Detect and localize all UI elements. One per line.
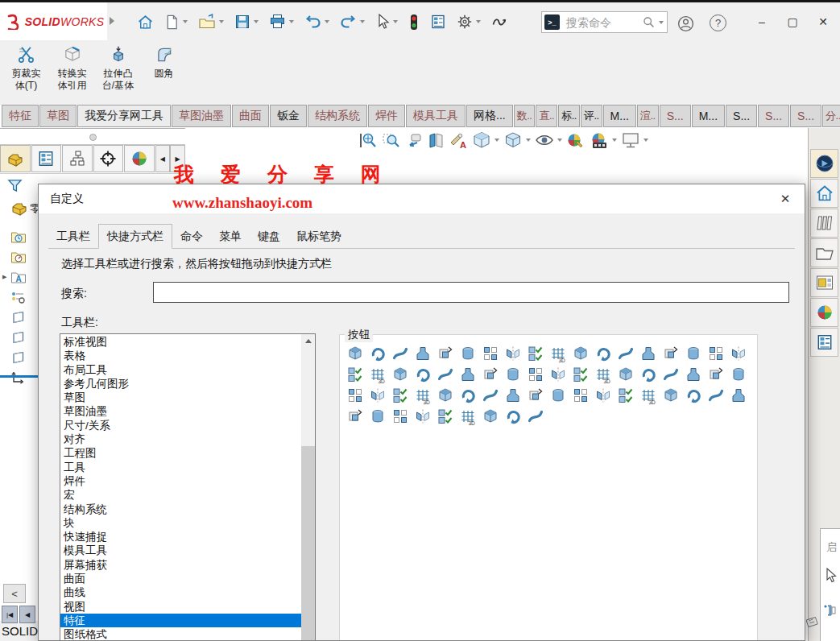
dialog-tab-鼠标笔势[interactable]: 鼠标笔势 bbox=[288, 226, 350, 248]
feature-command-icon[interactable] bbox=[617, 345, 635, 362]
feature-command-icon[interactable] bbox=[369, 407, 387, 425]
feature-command-icon[interactable] bbox=[707, 345, 725, 362]
undo-button[interactable] bbox=[303, 13, 331, 31]
dialog-tab-键盘[interactable]: 键盘 bbox=[250, 226, 288, 248]
apply-scene-button[interactable] bbox=[590, 130, 617, 150]
zoom-to-fit-button[interactable] bbox=[359, 131, 378, 150]
toolbar-list-item[interactable]: 块 bbox=[60, 516, 301, 530]
flyout-tool-icon[interactable] bbox=[823, 603, 838, 618]
ribbon-tab[interactable]: 草图油墨 bbox=[172, 105, 231, 127]
toolbar-list-item[interactable]: 工程图 bbox=[60, 446, 301, 460]
feature-command-icon[interactable] bbox=[437, 387, 454, 404]
feature-command-icon[interactable] bbox=[482, 407, 499, 425]
feature-command-icon[interactable] bbox=[617, 366, 635, 383]
ribbon-tab[interactable]: M... bbox=[603, 105, 636, 127]
feature-command-icon[interactable] bbox=[504, 366, 522, 383]
feature-command-icon[interactable] bbox=[685, 345, 702, 362]
toolbar-list-item[interactable]: 快速捕捉 bbox=[60, 530, 301, 544]
feature-command-icon[interactable] bbox=[504, 387, 522, 404]
configurationmanager-tab[interactable] bbox=[62, 145, 93, 172]
feature-command-icon[interactable] bbox=[482, 345, 499, 362]
toolbar-list-item[interactable]: 草图 bbox=[60, 391, 301, 404]
feature-command-icon[interactable] bbox=[482, 387, 499, 404]
view-orientation-dropdown-icon[interactable] bbox=[494, 139, 499, 142]
scrollbar-thumb[interactable] bbox=[301, 446, 315, 640]
tree-item[interactable] bbox=[2, 307, 40, 327]
feature-command-icon[interactable]: 3D bbox=[594, 366, 612, 383]
select-cursor-button[interactable] bbox=[374, 12, 399, 31]
feature-command-icon[interactable] bbox=[527, 366, 544, 383]
feature-command-icon[interactable] bbox=[504, 345, 522, 362]
feature-command-icon[interactable] bbox=[617, 387, 635, 404]
tree-item[interactable] bbox=[2, 347, 40, 367]
feature-command-icon[interactable] bbox=[730, 366, 747, 383]
feature-command-icon[interactable] bbox=[414, 345, 432, 362]
feature-command-icon[interactable] bbox=[527, 407, 544, 425]
toolbar-list-item[interactable]: 布局工具 bbox=[60, 363, 301, 377]
ribbon-tab[interactable]: 焊件 bbox=[368, 105, 405, 127]
scroll-left-button[interactable]: < bbox=[3, 584, 26, 603]
feature-command-icon[interactable] bbox=[414, 366, 432, 383]
feature-command-icon[interactable] bbox=[730, 345, 747, 362]
feature-command-icon[interactable] bbox=[369, 387, 387, 404]
feature-command-icon[interactable] bbox=[459, 345, 477, 362]
toolbar-list-item[interactable]: 尺寸/关系 bbox=[60, 419, 301, 432]
dialog-tab-命令[interactable]: 命令 bbox=[172, 226, 211, 248]
toolbar-list-item[interactable]: 对齐 bbox=[60, 432, 301, 446]
feature-command-icon[interactable] bbox=[662, 366, 680, 383]
prev-tab-button[interactable]: ◀ bbox=[19, 606, 35, 623]
ribbon-tab[interactable]: 网格... bbox=[466, 105, 513, 127]
ribbon-button[interactable]: 转换实体引用 bbox=[51, 43, 93, 92]
redo-dropdown-icon[interactable] bbox=[360, 20, 365, 23]
close-button[interactable]: ✕ bbox=[808, 10, 838, 34]
options-gear-button[interactable] bbox=[455, 12, 482, 31]
feature-command-icon[interactable] bbox=[639, 345, 657, 362]
ribbon-tab[interactable]: 评.. bbox=[581, 105, 602, 127]
mouse-gesture-button[interactable] bbox=[490, 13, 509, 31]
ribbon-tab[interactable]: 草图 bbox=[39, 105, 77, 127]
splitter-knob-icon[interactable] bbox=[89, 134, 97, 141]
dialog-tab-菜单[interactable]: 菜单 bbox=[211, 226, 250, 248]
toolbar-listbox[interactable]: 标准视图表格布局工具参考几何图形草图草图油墨尺寸/关系对齐工程图工具焊件宏结构系… bbox=[60, 333, 316, 641]
ribbon-button[interactable]: 剪裁实体(T) bbox=[5, 43, 48, 92]
toolbar-list-item[interactable]: 宏 bbox=[60, 488, 301, 502]
first-tab-button[interactable]: |◀ bbox=[2, 606, 18, 623]
feature-command-icon[interactable] bbox=[662, 345, 680, 362]
ribbon-tab[interactable]: 标.. bbox=[558, 105, 580, 127]
toolbar-list-item[interactable]: 焊件 bbox=[60, 474, 301, 488]
search-dropdown-icon[interactable] bbox=[659, 21, 664, 24]
displaymanager-tab[interactable] bbox=[124, 145, 155, 172]
previous-view-button[interactable] bbox=[404, 131, 423, 150]
feature-command-icon[interactable] bbox=[346, 387, 364, 404]
feature-command-icon[interactable]: 3D bbox=[459, 407, 477, 425]
tree-item[interactable]: ▶A bbox=[2, 267, 40, 287]
toolbar-list-item[interactable]: 特征 bbox=[60, 614, 301, 627]
dialog-tab-快捷方式栏[interactable]: 快捷方式栏 bbox=[98, 224, 172, 249]
feature-command-icon[interactable] bbox=[639, 366, 657, 383]
ribbon-tab[interactable]: 我爱分享网工具 bbox=[77, 105, 171, 127]
search-icon[interactable] bbox=[642, 15, 656, 29]
featuremanager-tab[interactable] bbox=[0, 145, 31, 172]
feature-command-icon[interactable] bbox=[527, 387, 544, 404]
print-dropdown-icon[interactable] bbox=[289, 20, 294, 23]
feature-command-icon[interactable] bbox=[549, 387, 567, 404]
new-document-dropdown-icon[interactable] bbox=[183, 20, 188, 23]
apply-scene-dropdown-icon[interactable] bbox=[612, 139, 617, 142]
ribbon-tab[interactable]: 结构系统 bbox=[308, 105, 367, 127]
feature-command-icon[interactable] bbox=[482, 366, 499, 383]
toolbar-list-item[interactable]: 标准视图 bbox=[60, 335, 301, 349]
feature-command-icon[interactable] bbox=[504, 407, 522, 425]
home-taskpane-tab[interactable] bbox=[810, 179, 838, 208]
ribbon-tab[interactable]: 渲.. bbox=[637, 105, 659, 127]
dialog-title-bar[interactable]: 自定义 bbox=[39, 184, 805, 213]
open-button[interactable] bbox=[197, 12, 226, 31]
view-settings-dropdown-icon[interactable] bbox=[643, 139, 648, 142]
ribbon-button[interactable]: 圆角 bbox=[143, 43, 185, 92]
pane-tab-scroll-left[interactable]: ◀ bbox=[155, 145, 171, 172]
zoom-to-area-button[interactable] bbox=[382, 131, 400, 150]
options-gear-dropdown-icon[interactable] bbox=[476, 20, 481, 23]
toolbar-list-item[interactable]: 工具 bbox=[60, 461, 301, 474]
property-manager-button[interactable] bbox=[428, 12, 448, 31]
keyboard-shortcut-icon[interactable] bbox=[806, 615, 818, 629]
open-dropdown-icon[interactable] bbox=[219, 20, 224, 23]
